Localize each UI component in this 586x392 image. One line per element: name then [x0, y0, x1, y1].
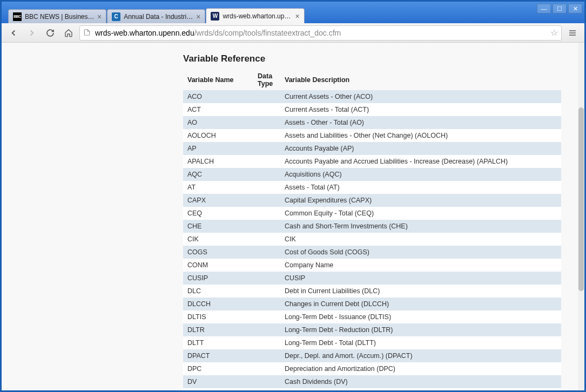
variable-name-cell: CEQ — [183, 207, 253, 220]
variable-desc-cell: Assets and Liabilities - Other (Net Chan… — [280, 129, 561, 142]
bookmark-star-icon[interactable]: ☆ — [550, 28, 558, 38]
variable-desc-cell: CIK — [280, 233, 561, 246]
variable-desc-cell: Changes in Current Debt (DLCCH) — [280, 298, 561, 310]
variable-desc-cell: Assets - Total (AT) — [280, 181, 561, 194]
variable-name-cell: DPC — [183, 362, 253, 375]
forward-icon — [27, 28, 37, 38]
reload-icon — [46, 29, 55, 37]
variable-name-cell: AO — [183, 116, 253, 129]
data-type-cell — [253, 168, 280, 181]
data-type-cell — [253, 310, 280, 323]
variable-desc-cell: Common Equity - Total (CEQ) — [280, 207, 561, 220]
data-type-cell — [253, 142, 280, 155]
variable-desc-cell: Debt in Current Liabilities (DLC) — [280, 285, 561, 298]
address-bar[interactable]: wrds-web.wharton.upenn.edu/wrds/ds/comp/… — [79, 25, 562, 40]
variable-name-cell: AP — [183, 142, 253, 155]
url-text: wrds-web.wharton.upenn.edu/wrds/ds/comp/… — [95, 29, 550, 37]
variable-name-cell: DPACT — [183, 349, 253, 362]
table-row: AOAssets - Other - Total (AO) — [183, 116, 561, 129]
data-type-cell — [253, 375, 280, 388]
variable-name-cell: DLC — [183, 285, 253, 298]
variable-name-cell: ACT — [183, 103, 253, 116]
variable-name-cell: EPSFX — [183, 388, 253, 390]
table-row: DLTRLong-Term Debt - Reduction (DLTR) — [183, 323, 561, 336]
variable-name-cell: CHE — [183, 220, 253, 233]
data-type-cell — [253, 116, 280, 129]
tab-close-icon[interactable]: × — [97, 12, 102, 21]
table-row: DLTTLong-Term Debt - Total (DLTT) — [183, 336, 561, 349]
window-controls: — ☐ ✕ — [537, 4, 582, 13]
page-title: Variable Reference — [183, 53, 561, 64]
table-row: ACOCurrent Assets - Other (ACO) — [183, 90, 561, 103]
variable-desc-cell: Accounts Payable (AP) — [280, 142, 561, 155]
table-row: DVCash Dividends (DV) — [183, 375, 561, 388]
variable-desc-cell: Cash and Short-Term Investments (CHE) — [280, 220, 561, 233]
table-row: CAPXCapital Expenditures (CAPX) — [183, 194, 561, 207]
home-icon — [64, 29, 73, 37]
variable-desc-cell: Cash Dividends (DV) — [280, 375, 561, 388]
table-row: DPACTDepr., Depl. and Amort. (Accum.) (D… — [183, 349, 561, 362]
scrollbar-track[interactable] — [578, 43, 584, 390]
data-type-cell — [253, 349, 280, 362]
tab-close-icon[interactable]: × — [295, 12, 299, 21]
forward-button — [24, 25, 39, 40]
data-type-cell — [253, 220, 280, 233]
variable-desc-cell: Long-Term Debt - Reduction (DLTR) — [280, 323, 561, 336]
reload-button[interactable] — [43, 25, 58, 40]
browser-tab[interactable]: Wwrds-web.wharton.upenn× — [206, 8, 304, 23]
variable-desc-cell: Accounts Payable and Accrued Liabilities… — [280, 155, 561, 168]
scrollbar-thumb[interactable] — [578, 107, 584, 291]
table-row: DLTISLong-Term Debt - Issuance (DLTIS) — [183, 310, 561, 323]
column-header-desc: Variable Description — [280, 70, 561, 90]
table-row: ATAssets - Total (AT) — [183, 181, 561, 194]
variable-desc-cell: Capital Expenditures (CAPX) — [280, 194, 561, 207]
table-row: DLCCHChanges in Current Debt (DLCCH) — [183, 298, 561, 310]
variable-desc-cell: Depreciation and Amortization (DPC) — [280, 362, 561, 375]
variable-name-cell: DLTR — [183, 323, 253, 336]
data-type-cell — [253, 388, 280, 390]
variable-desc-cell: Assets - Other - Total (AO) — [280, 116, 561, 129]
menu-button[interactable] — [565, 25, 580, 40]
home-button[interactable] — [61, 25, 76, 40]
variable-name-cell: CUSIP — [183, 272, 253, 285]
data-type-cell — [253, 285, 280, 298]
table-row: COGSCost of Goods Sold (COGS) — [183, 246, 561, 259]
table-row: DPCDepreciation and Amortization (DPC) — [183, 362, 561, 375]
browser-tab[interactable]: CAnnual Data - Industrial | C× — [107, 9, 205, 23]
tab-close-icon[interactable]: × — [196, 12, 200, 21]
variable-desc-cell: Long-Term Debt - Total (DLTT) — [280, 336, 561, 349]
variable-name-cell: COGS — [183, 246, 253, 259]
close-button[interactable]: ✕ — [568, 4, 582, 13]
variable-name-cell: AOLOCH — [183, 129, 253, 142]
variable-desc-cell: Acquisitions (AQC) — [280, 168, 561, 181]
variable-name-cell: APALCH — [183, 155, 253, 168]
document: Variable Reference Variable Name Data Ty… — [183, 53, 561, 390]
content-area: Variable Reference Variable Name Data Ty… — [2, 43, 584, 390]
data-type-cell — [253, 272, 280, 285]
column-header-name: Variable Name — [183, 70, 253, 90]
browser-tab[interactable]: BBCBBC NEWS | Business | Ma× — [8, 9, 106, 23]
favicon: C — [112, 12, 120, 21]
maximize-button[interactable]: ☐ — [553, 4, 567, 13]
table-row: ACTCurrent Assets - Total (ACT) — [183, 103, 561, 116]
column-header-type: Data Type — [253, 70, 280, 90]
tab-title: Annual Data - Industrial | C — [124, 13, 194, 21]
back-icon — [9, 28, 18, 38]
favicon: W — [211, 12, 219, 21]
variable-table: Variable Name Data Type Variable Descrip… — [183, 70, 561, 390]
table-row: CIKCIK — [183, 233, 561, 246]
url-path: /wrds/ds/comp/tools/finstateextract_doc.… — [194, 29, 341, 37]
favicon: BBC — [13, 12, 22, 21]
data-type-cell — [253, 103, 280, 116]
variable-name-cell: CIK — [183, 233, 253, 246]
minimize-button[interactable]: — — [537, 4, 551, 13]
table-row: DLCDebt in Current Liabilities (DLC) — [183, 285, 561, 298]
table-row: APAccounts Payable (AP) — [183, 142, 561, 155]
table-row: APALCHAccounts Payable and Accrued Liabi… — [183, 155, 561, 168]
back-button[interactable] — [6, 25, 21, 40]
table-row: EPSFXEPS (Diluted) - Excl. Extra. Items … — [183, 388, 561, 390]
variable-name-cell: AQC — [183, 168, 253, 181]
variable-desc-cell: Long-Term Debt - Issuance (DLTIS) — [280, 310, 561, 323]
url-domain: wrds-web.wharton.upenn.edu — [95, 29, 194, 37]
data-type-cell — [253, 181, 280, 194]
